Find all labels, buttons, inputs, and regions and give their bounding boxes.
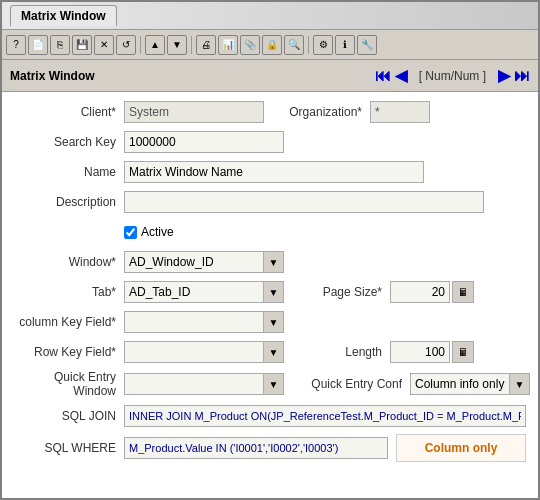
search-key-label: Search Key <box>14 135 124 149</box>
page-size-calc-icon[interactable]: 🖩 <box>452 281 474 303</box>
lock-button[interactable]: 🔒 <box>262 35 282 55</box>
toolbar-sep3 <box>308 36 309 54</box>
row-key-dropdown-arrow[interactable]: ▼ <box>264 341 284 363</box>
window-input[interactable] <box>124 251 264 273</box>
org-label: Organization* <box>280 105 370 119</box>
tab-dropdown-arrow[interactable]: ▼ <box>264 281 284 303</box>
tab-select-wrap: ▼ <box>124 281 284 303</box>
tab-pagesize-row: Tab* ▼ Page Size* 🖩 <box>14 280 526 304</box>
description-label: Description <box>14 195 124 209</box>
nav-prev-button[interactable]: ◀ <box>395 66 407 85</box>
active-checkbox-wrap: Active <box>124 225 174 239</box>
quick-entry-conf-dropdown-arrow[interactable]: ▼ <box>510 373 530 395</box>
length-calc-icon[interactable]: 🖩 <box>452 341 474 363</box>
nav-last-button[interactable]: ⏭ <box>514 67 530 85</box>
active-checkbox[interactable] <box>124 226 137 239</box>
length-label: Length <box>300 345 390 359</box>
info-button[interactable]: ℹ <box>335 35 355 55</box>
client-org-row: Client* Organization* <box>14 100 526 124</box>
delete-button[interactable]: ✕ <box>94 35 114 55</box>
sql-where-row: SQL WHERE Column only <box>14 434 526 462</box>
nav-up-button[interactable]: ▲ <box>145 35 165 55</box>
nav-down-button[interactable]: ▼ <box>167 35 187 55</box>
export-button[interactable]: 📊 <box>218 35 238 55</box>
org-input[interactable] <box>370 101 430 123</box>
search-key-row: Search Key <box>14 130 526 154</box>
title-bar: Matrix Window <box>2 2 538 30</box>
quick-entry-input[interactable] <box>124 373 264 395</box>
copy-button[interactable]: ⎘ <box>50 35 70 55</box>
page-size-section: Page Size* 🖩 <box>300 281 474 303</box>
nav-controls: ⏮ ◀ [ Num/Num ] ▶ ⏭ <box>375 66 530 85</box>
nav-section-label: Matrix Window <box>10 69 95 83</box>
quick-entry-conf-select-wrap: ▼ <box>410 373 530 395</box>
tab-field-label: Tab* <box>14 285 124 299</box>
description-input[interactable] <box>124 191 484 213</box>
length-section: Length 🖩 <box>300 341 474 363</box>
sql-join-row: SQL JOIN <box>14 404 526 428</box>
toolbar-sep2 <box>191 36 192 54</box>
quick-entry-label: Quick Entry Window <box>14 370 124 398</box>
refresh-button[interactable]: ↺ <box>116 35 136 55</box>
col-key-dropdown-arrow[interactable]: ▼ <box>264 311 284 333</box>
nav-first-button[interactable]: ⏮ <box>375 67 391 85</box>
name-label: Name <box>14 165 124 179</box>
client-input[interactable] <box>124 101 264 123</box>
main-window: Matrix Window ? 📄 ⎘ 💾 ✕ ↺ ▲ ▼ 🖨 📊 📎 🔒 🔍 … <box>0 0 540 500</box>
title-tab[interactable]: Matrix Window <box>10 5 117 26</box>
sql-join-input[interactable] <box>124 405 526 427</box>
col-key-label: column Key Field* <box>14 315 124 329</box>
page-size-input[interactable] <box>390 281 450 303</box>
toolbar: ? 📄 ⎘ 💾 ✕ ↺ ▲ ▼ 🖨 📊 📎 🔒 🔍 ⚙ ℹ 🔧 <box>2 30 538 60</box>
attach-button[interactable]: 📎 <box>240 35 260 55</box>
form-content: Client* Organization* Search Key Name De… <box>2 92 538 498</box>
print-button[interactable]: 🖨 <box>196 35 216 55</box>
client-label: Client* <box>14 105 124 119</box>
col-key-input[interactable] <box>124 311 264 333</box>
window-label: Window* <box>14 255 124 269</box>
quick-entry-conf-input[interactable] <box>410 373 510 395</box>
name-input[interactable] <box>124 161 424 183</box>
window-row: Window* ▼ <box>14 250 526 274</box>
search-key-input[interactable] <box>124 131 284 153</box>
nav-bar: Matrix Window ⏮ ◀ [ Num/Num ] ▶ ⏭ <box>2 60 538 92</box>
length-input[interactable] <box>390 341 450 363</box>
help-button[interactable]: ? <box>6 35 26 55</box>
row-key-select-wrap: ▼ <box>124 341 284 363</box>
active-row: Active <box>14 220 526 244</box>
tab-input[interactable] <box>124 281 264 303</box>
col-key-row: column Key Field* ▼ <box>14 310 526 334</box>
window-dropdown-arrow[interactable]: ▼ <box>264 251 284 273</box>
config-button[interactable]: 🔧 <box>357 35 377 55</box>
row-key-input[interactable] <box>124 341 264 363</box>
toolbar-sep1 <box>140 36 141 54</box>
quick-entry-select-wrap: ▼ <box>124 373 284 395</box>
sql-join-label: SQL JOIN <box>14 409 124 423</box>
zoom-button[interactable]: 🔍 <box>284 35 304 55</box>
sql-where-label: SQL WHERE <box>14 441 124 455</box>
new-button[interactable]: 📄 <box>28 35 48 55</box>
nav-record-info: [ Num/Num ] <box>411 69 494 83</box>
nav-next-button[interactable]: ▶ <box>498 66 510 85</box>
column-only-badge: Column only <box>396 434 526 462</box>
quick-entry-row: Quick Entry Window ▼ Quick Entry Conf ▼ <box>14 370 526 398</box>
quick-entry-dropdown-arrow[interactable]: ▼ <box>264 373 284 395</box>
org-section: Organization* <box>280 101 430 123</box>
row-key-length-row: Row Key Field* ▼ Length 🖩 <box>14 340 526 364</box>
row-key-label: Row Key Field* <box>14 345 124 359</box>
active-label: Active <box>141 225 174 239</box>
col-key-select-wrap: ▼ <box>124 311 284 333</box>
settings-button[interactable]: ⚙ <box>313 35 333 55</box>
description-row: Description <box>14 190 526 214</box>
name-row: Name <box>14 160 526 184</box>
quick-entry-conf-section: Quick Entry Conf ▼ <box>300 373 530 395</box>
page-size-label: Page Size* <box>300 285 390 299</box>
save-button[interactable]: 💾 <box>72 35 92 55</box>
quick-entry-conf-label: Quick Entry Conf <box>300 377 410 391</box>
window-select-wrap: ▼ <box>124 251 284 273</box>
sql-where-input[interactable] <box>124 437 388 459</box>
